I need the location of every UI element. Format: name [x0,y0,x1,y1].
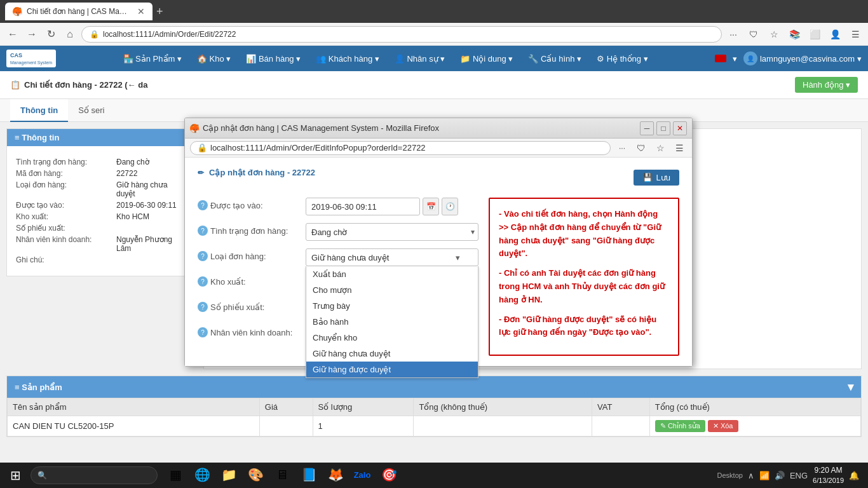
taskbar-app-word[interactable]: 📘 [296,463,322,488]
label-text-order-type: Loại đơn hàng: [210,252,266,261]
nav-kho[interactable]: 🏠 Kho ▾ [189,46,238,71]
created-at-input[interactable] [306,198,420,215]
status-select[interactable]: Đang chờ [306,223,478,241]
order-type-selected[interactable]: Giữ hàng chưa duyệt ▾ [306,248,478,266]
col-vat: VAT [592,398,650,416]
tab-so-seri[interactable]: Số seri [68,99,114,122]
nav-san-pham[interactable]: 🏪 Sản Phẩm ▾ [116,46,189,71]
back-button[interactable]: ← [5,27,20,42]
network-icon[interactable]: 📶 [758,471,771,480]
popup-shield-icon[interactable]: 🛡 [634,140,649,156]
logo: CASManagement System [6,50,56,67]
popup-titlebar: 🦊 Cập nhật đơn hàng | CAS Management Sys… [185,118,692,139]
save-label: Lưu [656,173,670,182]
nav-khach-hang[interactable]: 👥 Khách hàng ▾ [308,46,387,71]
logo-icon: CASManagement System [6,50,56,67]
popup-more-btn[interactable]: ··· [614,140,630,156]
bookmark-icon[interactable]: ☆ [766,27,782,42]
taskbar-app-edge[interactable]: 🌐 [189,463,215,488]
taskbar-app-explorer[interactable]: 📁 [216,463,241,488]
taskbar-search[interactable]: 🔍 [31,466,158,484]
clock-icon-btn[interactable]: 🕐 [442,198,458,215]
library-icon[interactable]: 📚 [787,27,802,42]
hanh-dong-button[interactable]: Hành động ▾ [795,77,858,93]
taskbar-app-other[interactable]: 🎯 [376,463,402,488]
products-title: ≡ Sản phẩm [15,383,62,392]
option-bao-hanh[interactable]: Bảo hành [306,314,478,330]
value-ghichu [116,255,187,264]
reload-button[interactable]: ↻ [43,27,58,42]
nav-ban-hang[interactable]: 📊 Bán hàng ▾ [238,46,308,71]
taskbar-search-icon: 🔍 [37,471,47,480]
nav-cau-hinh[interactable]: 🔧 Cấu hình ▾ [520,46,589,71]
taskbar-app-task-view[interactable]: ▦ [163,463,188,488]
option-chuyen-kho[interactable]: Chuyển kho [306,330,478,346]
order-type-dropdown[interactable]: Giữ hàng chưa duyệt ▾ Xuất bán Cho mượn … [306,248,478,266]
start-button[interactable]: ⊞ [3,463,28,488]
form-label-order-type: ? Loại đơn hàng: [198,248,306,261]
nav-nhan-su[interactable]: 👤 Nhân sự ▾ [387,46,452,71]
help-icon-created: ? [198,200,208,210]
products-collapse-icon[interactable]: ▾ [848,380,853,394]
popup-save-button[interactable]: 💾 Lưu [634,170,679,186]
popup-url-box[interactable]: 🔒 localhost:1111/Admin/Order/EditInfoPop… [190,141,611,155]
account-icon[interactable]: 👤 [827,27,843,42]
chinh-sua-button[interactable]: ✎ Chỉnh sửa [655,420,705,432]
taskbar-desktop-label[interactable]: Desktop [717,471,743,479]
tab-thong-tin[interactable]: Thông tin [10,99,68,122]
user-dropdown-arrow[interactable]: ▾ [857,54,862,64]
label-sophiexuat: Số phiếu xuất: [16,224,111,233]
close-tab-button[interactable]: ✕ [137,6,145,17]
user-info[interactable]: 👤 lamnguyen@casvina.com ▾ [743,51,862,65]
menu-button[interactable]: ☰ [848,27,863,42]
table-row: CAN DIEN TU CL5200-15P 1 ✎ Chỉnh sửa ✕ X… [8,416,861,437]
nav-noi-dung[interactable]: 📁 Nội dung ▾ [452,46,520,71]
option-xuat-ban[interactable]: Xuất bán [306,266,478,282]
calendar-icon-btn[interactable]: 📅 [423,198,439,215]
label-text-sophieu: Số phiếu xuất: [210,302,264,312]
popup-bookmark-icon[interactable]: ☆ [653,140,668,156]
volume-icon[interactable]: 🔊 [773,471,786,480]
lang-indicator[interactable]: ENG [789,471,809,480]
label-text-created: Được tạo vào: [210,201,263,210]
home-button[interactable]: ⌂ [62,27,78,42]
option-trung-bay[interactable]: Trưng bày [306,298,478,314]
popup-body: ✏ Cập nhật đơn hàng - 22722 💾 Lưu ? Được… [185,158,692,366]
tab-favicon: 🦊 [13,7,22,16]
popup-maximize-button[interactable]: □ [656,121,670,135]
info-box: - Vào chi tiết đơn hàng, chọn Hành động … [489,198,679,356]
shield-icon[interactable]: 🛡 [746,27,761,42]
taskbar-app-monitor[interactable]: 🖥 [269,463,295,488]
chevron-icon[interactable]: ∧ [747,471,756,480]
popup-menu-button[interactable]: ☰ [672,140,687,156]
taskbar-app-zalo[interactable]: Zalo [349,463,375,488]
more-options-button[interactable]: ··· [726,27,741,42]
dropdown-flag[interactable]: ▾ [733,54,737,64]
popup-minimize-button[interactable]: ─ [640,121,654,135]
logo-text: CASManagement System [10,52,52,65]
popup-window-title: Cập nhật đơn hàng | CAS Management Syste… [203,123,439,133]
taskbar-time[interactable]: 9:20 AM 6/13/2019 [813,465,844,485]
col-tong-no-tax: Tổng (không thuế) [414,398,592,416]
browser-tab[interactable]: 🦊 Chi tiết đơn hàng | CAS Manag... ✕ [5,3,153,20]
new-tab-button[interactable]: + [156,5,163,18]
nav-he-thong[interactable]: ⚙ Hệ thống ▾ [589,46,656,71]
taskbar-app-photoshop[interactable]: 🎨 [243,463,268,488]
option-giu-hang-duoc[interactable]: Giữ hàng được duyệt [306,362,478,377]
tab-title: Chi tiết đơn hàng | CAS Manag... [27,7,128,16]
forward-button[interactable]: → [24,27,39,42]
xoa-button[interactable]: ✕ Xóa [708,420,738,432]
products-section-header: ≡ Sản phẩm ▾ [7,376,861,398]
taskbar-app-firefox[interactable]: 🦊 [323,463,348,488]
page-title: 📋 Chi tiết đơn hàng - 22722 (← da [10,80,147,90]
popup-close-button[interactable]: ✕ [673,121,687,135]
option-giu-hang-chua[interactable]: Giữ hàng chưa duyệt [306,346,478,362]
extensions-icon[interactable]: ⬜ [807,27,822,42]
popup-addressbar: 🔒 localhost:1111/Admin/Order/EditInfoPop… [185,139,692,158]
value-madh: 22722 [116,169,187,178]
popup-controls: ─ □ ✕ [640,121,687,135]
address-bar[interactable]: 🔒 localhost:1111/Admin/Order/Edit/22722 [81,26,722,43]
notification-icon[interactable]: 🔔 [848,471,860,480]
option-cho-muon[interactable]: Cho mượn [306,282,478,298]
top-nav-right: ▾ 👤 lamnguyen@casvina.com ▾ [715,51,862,65]
